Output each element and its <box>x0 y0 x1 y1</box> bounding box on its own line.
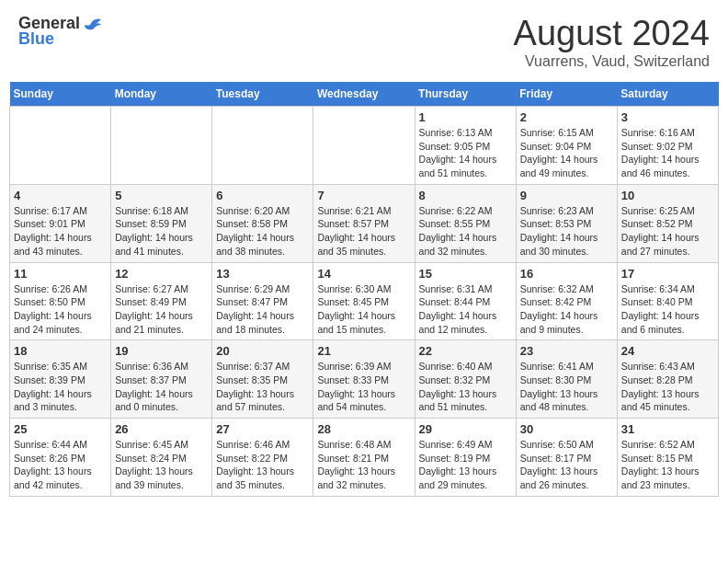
day-info: Sunrise: 6:46 AM Sunset: 8:22 PM Dayligh… <box>216 438 309 492</box>
calendar-cell: 4Sunrise: 6:17 AM Sunset: 9:01 PM Daylig… <box>10 184 111 262</box>
day-info: Sunrise: 6:50 AM Sunset: 8:17 PM Dayligh… <box>520 438 613 492</box>
calendar-cell: 18Sunrise: 6:35 AM Sunset: 8:39 PM Dayli… <box>10 340 111 419</box>
calendar-week-row: 1Sunrise: 6:13 AM Sunset: 9:05 PM Daylig… <box>10 107 719 185</box>
calendar-week-row: 25Sunrise: 6:44 AM Sunset: 8:26 PM Dayli… <box>10 419 719 497</box>
day-number: 29 <box>419 422 512 436</box>
calendar-cell: 6Sunrise: 6:20 AM Sunset: 8:58 PM Daylig… <box>212 184 313 262</box>
day-info: Sunrise: 6:35 AM Sunset: 8:39 PM Dayligh… <box>14 360 107 414</box>
day-number: 9 <box>520 189 613 202</box>
day-number: 18 <box>14 344 107 358</box>
day-number: 10 <box>621 189 714 202</box>
calendar-cell: 24Sunrise: 6:43 AM Sunset: 8:28 PM Dayli… <box>617 340 718 419</box>
day-number: 23 <box>520 344 613 358</box>
calendar-cell <box>111 107 212 185</box>
calendar-cell: 30Sunrise: 6:50 AM Sunset: 8:17 PM Dayli… <box>516 419 617 497</box>
logo: General Blue <box>18 14 103 49</box>
day-info: Sunrise: 6:37 AM Sunset: 8:35 PM Dayligh… <box>216 360 309 414</box>
calendar-cell: 7Sunrise: 6:21 AM Sunset: 8:57 PM Daylig… <box>313 184 415 262</box>
day-info: Sunrise: 6:32 AM Sunset: 8:42 PM Dayligh… <box>520 282 613 337</box>
calendar-cell: 9Sunrise: 6:23 AM Sunset: 8:53 PM Daylig… <box>516 184 617 262</box>
calendar-cell: 8Sunrise: 6:22 AM Sunset: 8:55 PM Daylig… <box>415 184 516 262</box>
calendar-cell: 10Sunrise: 6:25 AM Sunset: 8:52 PM Dayli… <box>617 184 718 262</box>
day-number: 30 <box>520 422 613 436</box>
day-header-monday: Monday <box>111 82 212 107</box>
day-info: Sunrise: 6:31 AM Sunset: 8:44 PM Dayligh… <box>419 282 512 337</box>
day-info: Sunrise: 6:45 AM Sunset: 8:24 PM Dayligh… <box>115 438 208 492</box>
day-number: 8 <box>419 189 512 202</box>
calendar-cell <box>212 107 313 185</box>
day-header-sunday: Sunday <box>10 82 111 107</box>
day-info: Sunrise: 6:39 AM Sunset: 8:33 PM Dayligh… <box>317 360 410 414</box>
month-year-title: August 2024 <box>514 14 710 53</box>
calendar-cell: 17Sunrise: 6:34 AM Sunset: 8:40 PM Dayli… <box>617 262 718 340</box>
day-info: Sunrise: 6:36 AM Sunset: 8:37 PM Dayligh… <box>115 360 208 414</box>
calendar-cell: 27Sunrise: 6:46 AM Sunset: 8:22 PM Dayli… <box>212 419 313 497</box>
calendar-header-row: SundayMondayTuesdayWednesdayThursdayFrid… <box>10 82 719 107</box>
calendar-cell: 15Sunrise: 6:31 AM Sunset: 8:44 PM Dayli… <box>415 262 516 340</box>
day-info: Sunrise: 6:29 AM Sunset: 8:47 PM Dayligh… <box>216 282 309 337</box>
day-info: Sunrise: 6:23 AM Sunset: 8:53 PM Dayligh… <box>520 204 613 259</box>
day-info: Sunrise: 6:40 AM Sunset: 8:32 PM Dayligh… <box>419 360 512 414</box>
day-number: 13 <box>216 267 309 281</box>
day-info: Sunrise: 6:15 AM Sunset: 9:04 PM Dayligh… <box>520 126 613 180</box>
calendar-cell: 31Sunrise: 6:52 AM Sunset: 8:15 PM Dayli… <box>617 419 718 497</box>
day-header-tuesday: Tuesday <box>212 82 313 107</box>
calendar-table: SundayMondayTuesdayWednesdayThursdayFrid… <box>9 82 719 497</box>
day-info: Sunrise: 6:34 AM Sunset: 8:40 PM Dayligh… <box>621 282 714 337</box>
day-number: 12 <box>115 267 208 281</box>
calendar-cell: 29Sunrise: 6:49 AM Sunset: 8:19 PM Dayli… <box>415 419 516 497</box>
day-info: Sunrise: 6:17 AM Sunset: 9:01 PM Dayligh… <box>14 204 107 259</box>
calendar-cell: 1Sunrise: 6:13 AM Sunset: 9:05 PM Daylig… <box>415 107 516 185</box>
calendar-cell: 22Sunrise: 6:40 AM Sunset: 8:32 PM Dayli… <box>415 340 516 419</box>
day-info: Sunrise: 6:16 AM Sunset: 9:02 PM Dayligh… <box>621 126 714 180</box>
day-info: Sunrise: 6:18 AM Sunset: 8:59 PM Dayligh… <box>115 204 208 259</box>
calendar-cell: 11Sunrise: 6:26 AM Sunset: 8:50 PM Dayli… <box>10 262 111 340</box>
calendar-cell: 25Sunrise: 6:44 AM Sunset: 8:26 PM Dayli… <box>10 419 111 497</box>
day-header-friday: Friday <box>516 82 617 107</box>
day-number: 26 <box>115 422 208 436</box>
calendar-cell: 21Sunrise: 6:39 AM Sunset: 8:33 PM Dayli… <box>313 340 415 419</box>
day-number: 7 <box>317 189 410 202</box>
day-info: Sunrise: 6:13 AM Sunset: 9:05 PM Dayligh… <box>419 126 512 180</box>
day-info: Sunrise: 6:44 AM Sunset: 8:26 PM Dayligh… <box>14 438 107 492</box>
day-number: 21 <box>317 344 410 358</box>
calendar-cell: 14Sunrise: 6:30 AM Sunset: 8:45 PM Dayli… <box>313 262 415 340</box>
day-number: 20 <box>216 344 309 358</box>
calendar-cell: 5Sunrise: 6:18 AM Sunset: 8:59 PM Daylig… <box>111 184 212 262</box>
day-number: 16 <box>520 267 613 281</box>
day-number: 19 <box>115 344 208 358</box>
day-number: 4 <box>14 189 107 202</box>
calendar-week-row: 18Sunrise: 6:35 AM Sunset: 8:39 PM Dayli… <box>10 340 719 419</box>
day-number: 2 <box>520 110 613 124</box>
day-number: 5 <box>115 189 208 202</box>
day-info: Sunrise: 6:52 AM Sunset: 8:15 PM Dayligh… <box>621 438 714 492</box>
day-info: Sunrise: 6:48 AM Sunset: 8:21 PM Dayligh… <box>317 438 410 492</box>
day-info: Sunrise: 6:41 AM Sunset: 8:30 PM Dayligh… <box>520 360 613 414</box>
day-header-wednesday: Wednesday <box>313 82 415 107</box>
calendar-cell: 16Sunrise: 6:32 AM Sunset: 8:42 PM Dayli… <box>516 262 617 340</box>
day-header-saturday: Saturday <box>617 82 718 107</box>
day-number: 3 <box>621 110 714 124</box>
day-header-thursday: Thursday <box>415 82 516 107</box>
page-header: General Blue August 2024 Vuarrens, Vaud,… <box>9 9 719 75</box>
calendar-cell: 19Sunrise: 6:36 AM Sunset: 8:37 PM Dayli… <box>111 340 212 419</box>
day-number: 27 <box>216 422 309 436</box>
calendar-cell: 26Sunrise: 6:45 AM Sunset: 8:24 PM Dayli… <box>111 419 212 497</box>
calendar-cell: 13Sunrise: 6:29 AM Sunset: 8:47 PM Dayli… <box>212 262 313 340</box>
calendar-cell: 20Sunrise: 6:37 AM Sunset: 8:35 PM Dayli… <box>212 340 313 419</box>
day-info: Sunrise: 6:21 AM Sunset: 8:57 PM Dayligh… <box>317 204 410 259</box>
location-subtitle: Vuarrens, Vaud, Switzerland <box>514 53 710 70</box>
day-number: 22 <box>419 344 512 358</box>
day-info: Sunrise: 6:49 AM Sunset: 8:19 PM Dayligh… <box>419 438 512 492</box>
title-area: August 2024 Vuarrens, Vaud, Switzerland <box>514 14 710 70</box>
day-number: 1 <box>419 110 512 124</box>
calendar-cell <box>10 107 111 185</box>
day-number: 11 <box>14 267 107 281</box>
day-info: Sunrise: 6:43 AM Sunset: 8:28 PM Dayligh… <box>621 360 714 414</box>
day-number: 15 <box>419 267 512 281</box>
day-info: Sunrise: 6:30 AM Sunset: 8:45 PM Dayligh… <box>317 282 410 337</box>
calendar-cell: 3Sunrise: 6:16 AM Sunset: 9:02 PM Daylig… <box>617 107 718 185</box>
logo-bird-icon <box>83 16 103 32</box>
day-number: 6 <box>216 189 309 202</box>
calendar-week-row: 4Sunrise: 6:17 AM Sunset: 9:01 PM Daylig… <box>10 184 719 262</box>
